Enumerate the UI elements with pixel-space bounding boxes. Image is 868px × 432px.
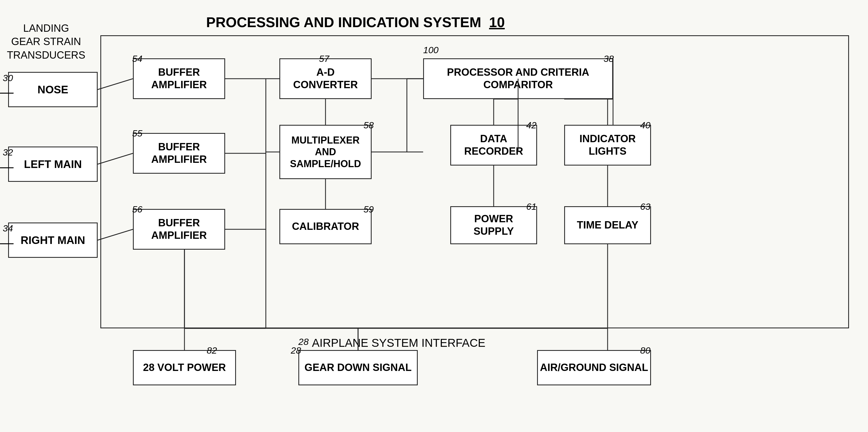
time-delay-ref: 63 [640, 202, 650, 212]
interface-label: AIRPLANE SYSTEM INTERFACE [312, 337, 485, 349]
interface-ref-28: 28 [299, 337, 309, 347]
buffer-amp-3-ref: 56 [132, 204, 143, 215]
power-supply-box: POWERSUPPLY [450, 206, 537, 244]
data-recorder-ref: 42 [526, 120, 536, 130]
multiplexer-box: MULTIPLEXERANDSAMPLE/HOLD [279, 125, 372, 179]
buffer-amp-1-box: BUFFERAMPLIFIER [133, 58, 225, 99]
diagram: PROCESSING AND INDICATION SYSTEM 10 LAND… [0, 0, 868, 432]
air-ground-box: AIR/GROUND SIGNAL [537, 350, 651, 385]
indicator-lights-box: INDICATORLIGHTS [564, 125, 651, 165]
buffer-amp-2-ref: 55 [132, 128, 143, 138]
air-ground-ref: 80 [640, 345, 650, 356]
volt-power-ref: 82 [207, 345, 217, 356]
right-main-box: RIGHT MAIN [8, 222, 98, 258]
ad-converter-ref: 57 [319, 54, 329, 64]
buffer-amp-3-box: BUFFERAMPLIFIER [133, 209, 225, 250]
calibrator-ref: 59 [364, 204, 374, 215]
transducers-label: LANDINGGEAR STRAINTRANSDUCERS [5, 22, 87, 62]
nose-box: NOSE [8, 72, 98, 107]
nose-ref-dash: — [0, 84, 13, 100]
system-title: PROCESSING AND INDICATION SYSTEM 10 [206, 14, 505, 30]
multiplexer-ref: 58 [364, 120, 374, 130]
volt-power-box: 28 VOLT POWER [133, 350, 236, 385]
buffer-amp-2-box: BUFFERAMPLIFIER [133, 133, 225, 174]
gear-down-box: GEAR DOWN SIGNAL [299, 350, 418, 385]
time-delay-box: TIME DELAY [564, 206, 651, 244]
left-main-ref-dash: — [0, 159, 13, 175]
nose-ref: 30 [3, 73, 13, 83]
power-supply-ref: 61 [526, 202, 536, 212]
system-ref: 10 [489, 14, 505, 30]
left-main-box: LEFT MAIN [8, 147, 98, 182]
ad-converter-box: A-DCONVERTER [279, 58, 372, 99]
processor-box: PROCESSOR AND CRITERIACOMPARITOR [423, 58, 613, 99]
data-recorder-box: DATARECORDER [450, 125, 537, 165]
right-main-ref: 34 [3, 223, 13, 234]
buffer-amp-1-ref: 54 [132, 54, 143, 64]
processor-ref-100: 100 [423, 45, 439, 55]
processor-ref-38: 38 [603, 54, 614, 64]
right-main-ref-dash: — [0, 235, 13, 250]
left-main-ref: 32 [3, 147, 13, 158]
calibrator-box: CALIBRATOR [279, 209, 372, 244]
indicator-lights-ref: 40 [640, 120, 650, 130]
